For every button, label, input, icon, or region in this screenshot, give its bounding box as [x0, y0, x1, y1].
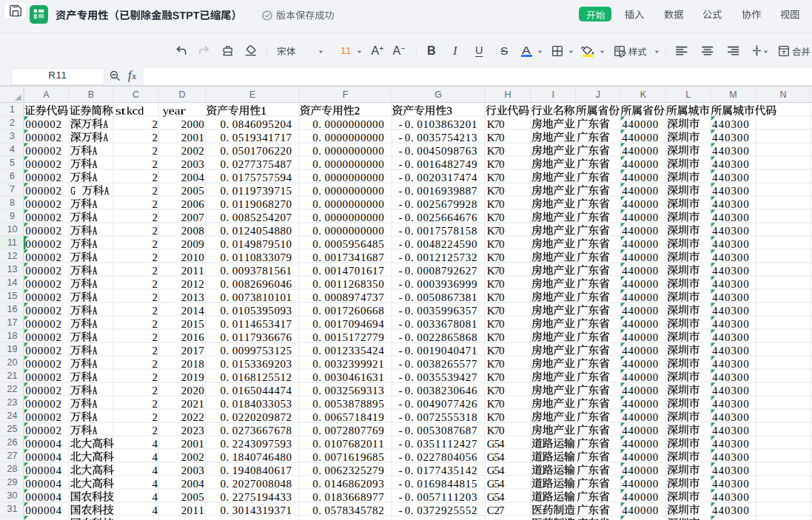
svg-text:440000: 440000 — [622, 212, 658, 223]
svg-text:27: 27 — [494, 504, 506, 516]
svg-text:440300: 440300 — [712, 504, 749, 516]
svg-text:440300: 440300 — [712, 438, 749, 450]
svg-text:440300: 440300 — [712, 212, 749, 223]
svg-text:2: 2 — [152, 118, 158, 130]
svg-text:440000: 440000 — [622, 504, 658, 516]
svg-text:3: 3 — [10, 131, 15, 141]
svg-text:2: 2 — [152, 345, 158, 357]
svg-text:B: B — [88, 90, 94, 100]
svg-text:440300: 440300 — [712, 478, 749, 490]
svg-text:440000: 440000 — [622, 478, 658, 490]
svg-text:2005: 2005 — [181, 185, 204, 197]
svg-text:17: 17 — [7, 317, 18, 328]
svg-text:-0.0048224590: -0.0048224590 — [399, 238, 477, 250]
svg-text:C: C — [487, 504, 494, 516]
svg-text:11: 11 — [7, 237, 17, 248]
svg-text:70: 70 — [494, 198, 505, 210]
svg-text:2004: 2004 — [181, 172, 204, 183]
svg-text:-0.0103863201: -0.0103863201 — [399, 118, 477, 130]
svg-text:2: 2 — [152, 425, 158, 436]
svg-text:54: 54 — [494, 438, 506, 450]
svg-text:24: 24 — [7, 411, 18, 421]
svg-text:2: 2 — [152, 132, 158, 143]
svg-text:31: 31 — [7, 504, 18, 514]
svg-text:2014: 2014 — [181, 305, 204, 317]
svg-text:-0.0169844815: -0.0169844815 — [399, 478, 477, 490]
svg-text:440300: 440300 — [712, 331, 749, 343]
svg-text:440000: 440000 — [622, 251, 658, 263]
svg-text:440300: 440300 — [712, 185, 749, 197]
svg-text:440300: 440300 — [712, 265, 749, 277]
svg-text:440300: 440300 — [712, 145, 749, 157]
svg-text:2: 2 — [152, 291, 158, 303]
svg-text:70: 70 — [494, 385, 505, 396]
svg-text:K: K — [640, 90, 647, 100]
svg-text:70: 70 — [494, 278, 505, 290]
svg-text:-0.0022865868: -0.0022865868 — [399, 331, 477, 343]
svg-text:2: 2 — [152, 225, 158, 237]
svg-text:2001: 2001 — [181, 438, 204, 450]
svg-text:2011: 2011 — [181, 504, 204, 516]
svg-text:000002: 000002 — [25, 305, 61, 317]
svg-text:70: 70 — [494, 398, 505, 410]
svg-text:2: 2 — [152, 371, 158, 383]
svg-text:-0.0053087687: -0.0053087687 — [399, 425, 477, 436]
svg-text:000002: 000002 — [25, 225, 61, 237]
svg-text:-0.0016482749: -0.0016482749 — [399, 158, 477, 170]
svg-text:440000: 440000 — [622, 411, 658, 423]
svg-text:2: 2 — [152, 238, 158, 250]
svg-text:-0.0045098763: -0.0045098763 — [399, 145, 477, 157]
svg-text:2016: 2016 — [181, 331, 204, 343]
svg-text:440000: 440000 — [622, 425, 658, 436]
svg-text:440000: 440000 — [622, 185, 658, 197]
svg-text:440000: 440000 — [622, 465, 658, 476]
svg-text:440300: 440300 — [712, 118, 749, 130]
svg-text:440000: 440000 — [622, 265, 658, 277]
svg-text:000004: 000004 — [25, 491, 61, 503]
svg-text:-0.0072555318: -0.0072555318 — [399, 411, 477, 423]
svg-text:4: 4 — [152, 465, 158, 476]
svg-text:-0.0035754213: -0.0035754213 — [399, 132, 477, 143]
svg-text:2: 2 — [152, 198, 158, 210]
svg-text:-0.0008792627: -0.0008792627 — [399, 265, 477, 277]
svg-text:2: 2 — [152, 145, 158, 157]
svg-text:-0.0016939887: -0.0016939887 — [399, 185, 477, 197]
svg-text:000002: 000002 — [25, 385, 61, 396]
svg-text:22: 22 — [7, 384, 18, 394]
svg-text:70: 70 — [494, 185, 505, 197]
svg-text:440000: 440000 — [622, 278, 658, 290]
svg-text:000002: 000002 — [25, 291, 61, 303]
svg-text:440300: 440300 — [712, 158, 749, 170]
svg-text:70: 70 — [494, 265, 505, 277]
svg-text:2012: 2012 — [181, 278, 204, 290]
svg-text:16: 16 — [7, 304, 18, 314]
svg-text:-0.0012125732: -0.0012125732 — [399, 251, 477, 263]
svg-text:440300: 440300 — [712, 172, 749, 183]
svg-text:J: J — [596, 90, 600, 100]
svg-text:2007: 2007 — [181, 212, 204, 223]
svg-text:440300: 440300 — [712, 385, 749, 396]
svg-text:2019: 2019 — [181, 371, 204, 383]
svg-text:-0.0351112427: -0.0351112427 — [399, 438, 477, 450]
svg-text:2: 2 — [152, 358, 158, 370]
svg-text:C: C — [132, 90, 139, 100]
svg-text:2: 2 — [152, 185, 158, 197]
svg-text:70: 70 — [494, 371, 505, 383]
svg-text:440000: 440000 — [622, 358, 658, 370]
svg-text:10: 10 — [7, 224, 18, 234]
svg-text:13: 13 — [7, 264, 18, 274]
svg-text:70: 70 — [494, 291, 505, 303]
svg-text:-0.0227804056: -0.0227804056 — [399, 451, 477, 463]
svg-text:-0.0038230646: -0.0038230646 — [399, 385, 477, 396]
svg-text:440300: 440300 — [712, 491, 749, 503]
svg-text:000004: 000004 — [25, 438, 61, 450]
svg-text:440300: 440300 — [712, 278, 749, 290]
svg-text:-0.0017578158: -0.0017578158 — [399, 225, 477, 237]
svg-text:440300: 440300 — [712, 451, 749, 463]
svg-text:70: 70 — [494, 212, 505, 223]
svg-text:000004: 000004 — [25, 504, 61, 516]
svg-text:-0.0177435142: -0.0177435142 — [399, 465, 477, 476]
svg-text:4: 4 — [10, 144, 15, 155]
svg-text:4: 4 — [152, 491, 158, 503]
svg-text:-0.0038265577: -0.0038265577 — [399, 358, 477, 370]
